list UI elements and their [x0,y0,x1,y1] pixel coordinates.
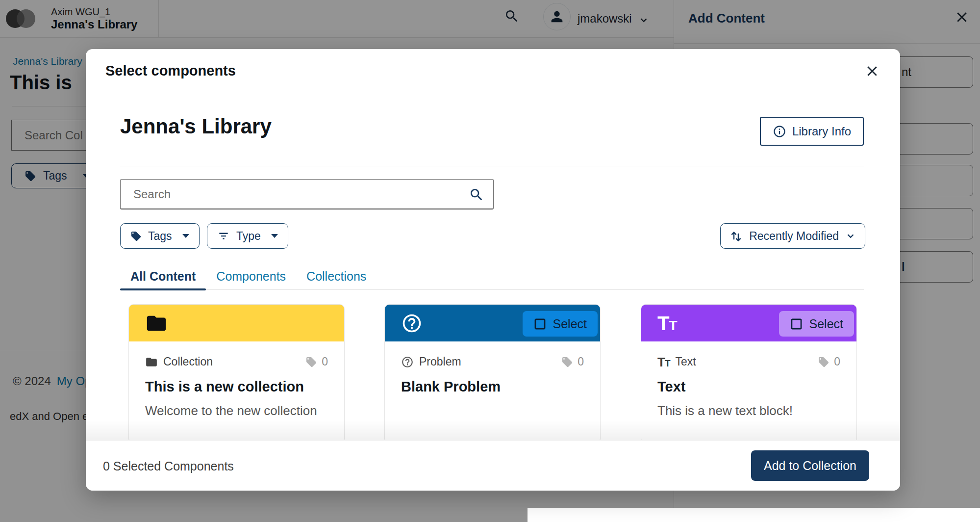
library-info-label: Library Info [792,125,851,138]
modal-title: Select components [105,63,236,79]
sort-icon [729,230,743,243]
folder-icon [145,356,158,368]
type-filter-dropdown[interactable]: Type [207,223,288,249]
tags-filter-label: Tags [148,230,172,243]
card-title: This is a new collection [145,379,328,395]
tag-count: 0 [834,355,840,368]
checkbox-icon [790,317,803,331]
folder-icon [145,312,168,335]
bottom-strip [528,508,980,522]
card-banner [129,305,344,341]
tab-components[interactable]: Components [206,264,296,289]
card-description: Welcome to the new collection [145,403,328,418]
add-to-collection-button[interactable]: Add to Collection [751,450,869,481]
type-filter-label: Type [236,230,261,243]
tags-filter-dropdown[interactable]: Tags [120,223,200,249]
text-tt-icon: TT [657,356,670,368]
card-title: Text [657,379,840,395]
card-type-label: Collection [163,355,213,368]
card-description: This is a new text block! [657,403,840,418]
chevron-down-icon [845,231,856,241]
text-tt-icon: TT [657,313,677,333]
card-title: Blank Problem [401,379,584,395]
content-tabs: All Content Components Collections [120,264,864,290]
card-body: Problem 0 Blank Problem [385,341,600,395]
divider [120,166,864,166]
tag-icon [561,356,573,368]
card-type-label: Text [676,355,696,368]
sort-label: Recently Modified [749,230,839,243]
card-collection[interactable]: Collection 0 This is a new collection We… [128,304,345,444]
question-circle-icon [401,313,423,334]
tag-icon [818,356,829,368]
card-type-label: Problem [419,355,461,368]
tag-icon [305,356,317,368]
card-text[interactable]: TT Select TT Text 0 Text This is a new t… [641,304,857,444]
select-button[interactable]: Select [779,311,854,337]
modal-footer: 0 Selected Components Add to Collection [86,440,900,491]
tag-count: 0 [322,355,328,368]
selected-count: 0 Selected Components [103,459,234,473]
sort-dropdown[interactable]: Recently Modified [720,223,865,249]
tab-collections[interactable]: Collections [296,264,377,289]
info-icon [773,125,786,138]
card-body: Collection 0 This is a new collection We… [129,341,344,418]
caret-down-icon [271,234,278,238]
search-field[interactable] [120,179,494,209]
library-heading: Jenna's Library [120,115,272,138]
search-input[interactable] [121,180,493,209]
tag-icon [130,231,142,242]
caret-down-icon [182,234,189,238]
tab-all-content[interactable]: All Content [120,264,206,289]
library-info-button[interactable]: Library Info [760,117,864,146]
filter-icon [217,230,230,242]
checkbox-icon [533,317,547,331]
card-problem[interactable]: Select Problem 0 Blank Problem [384,304,601,444]
select-components-modal: Select components Jenna's Library Librar… [86,49,900,491]
card-body: TT Text 0 Text This is a new text block! [641,341,856,418]
select-label: Select [553,317,587,331]
close-icon[interactable] [865,64,879,78]
search-icon[interactable] [469,187,484,203]
card-banner: Select [385,305,600,341]
card-banner: TT Select [641,305,856,341]
tag-count: 0 [578,355,584,368]
select-label: Select [809,317,843,331]
select-button[interactable]: Select [523,311,598,337]
question-circle-icon [401,356,414,368]
